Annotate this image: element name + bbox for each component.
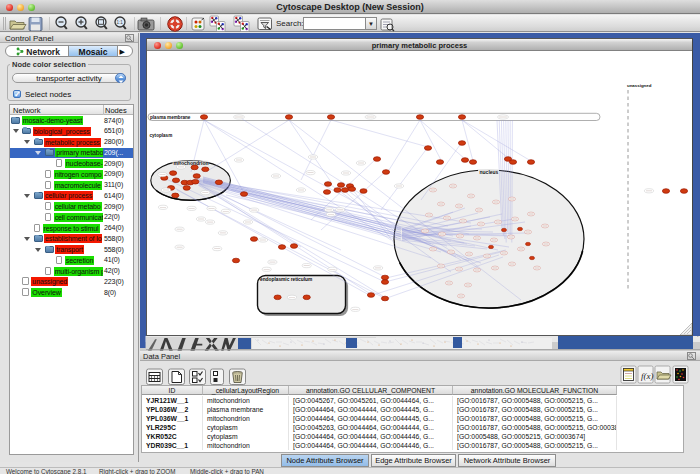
svg-text:1:1: 1:1	[117, 20, 124, 25]
svg-text:endoplasmic reticulum: endoplasmic reticulum	[260, 277, 312, 282]
svg-text:plasma membrane: plasma membrane	[150, 115, 191, 120]
svg-text:nucleus: nucleus	[480, 169, 499, 175]
svg-text:mitochondrion: mitochondrion	[174, 160, 209, 166]
svg-text:cytoplasm: cytoplasm	[150, 133, 173, 138]
svg-text:unassigned: unassigned	[627, 83, 652, 88]
svg-text:f(x): f(x)	[641, 371, 654, 381]
